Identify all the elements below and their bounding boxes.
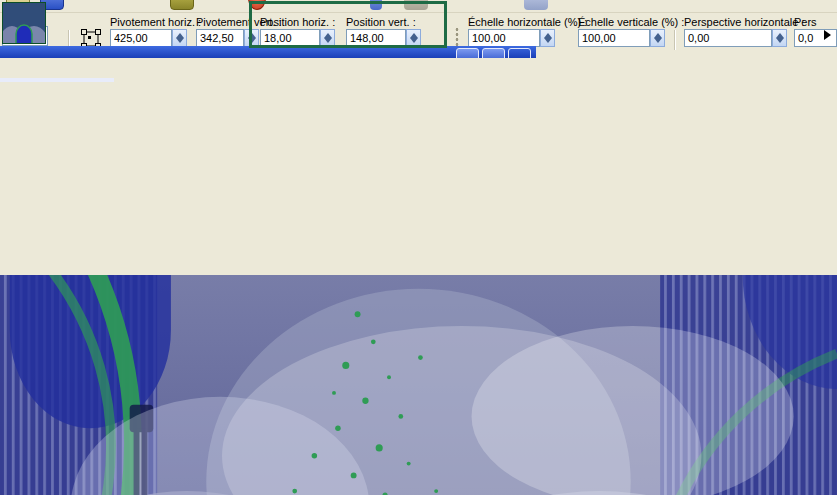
minimize-window-icon[interactable] [456, 48, 479, 58]
mini-frame-center [0, 78, 114, 147]
browse-icon[interactable] [170, 0, 194, 10]
scale-h-input[interactable] [468, 29, 540, 47]
toolbar-misc3-icon[interactable] [524, 0, 548, 10]
green-spray [0, 259, 120, 275]
scale-v-label: Échelle verticale (%) : [578, 16, 684, 28]
pivot-h-spinner[interactable] [172, 29, 187, 47]
image-document[interactable] [0, 24, 837, 495]
tool-options-bar: ▾ Pivotement horiz. : Pivotement vert. :… [0, 14, 837, 50]
scale-v-spinner[interactable] [650, 29, 665, 47]
toolbar-separator [674, 30, 676, 50]
perspective-h-spinner[interactable] [772, 29, 787, 47]
toolbar-misc2-icon[interactable] [404, 0, 428, 10]
position-v-input[interactable] [346, 29, 406, 47]
main-picture[interactable] [0, 275, 837, 495]
undo-icon[interactable] [248, 0, 266, 10]
position-h-label: Position horiz. : [260, 16, 335, 28]
scale-v-input[interactable] [578, 29, 650, 47]
canvas-area[interactable] [0, 24, 837, 495]
position-h-spinner[interactable] [320, 29, 335, 47]
pivot-v-spinner[interactable] [244, 29, 259, 47]
toolbar-misc-icon[interactable] [370, 0, 382, 10]
green-spray [0, 207, 48, 237]
standard-toolbar-cropped [0, 0, 837, 13]
position-v-spinner[interactable] [406, 29, 421, 47]
green-spray [0, 237, 34, 259]
mini-frame-right [0, 147, 80, 207]
position-h-input[interactable] [260, 29, 320, 47]
perspective-h-label: Perspective horizontale : [684, 16, 804, 28]
psp-application-window: ▾ Pivotement horiz. : Pivotement vert. :… [0, 0, 837, 495]
perspective-h-input[interactable] [684, 29, 772, 47]
close-window-icon[interactable] [508, 48, 531, 58]
main-picture-art [0, 275, 837, 495]
maximize-window-icon[interactable] [482, 48, 505, 58]
toolbar-overflow-arrow-icon[interactable] [824, 30, 831, 40]
image-window-titlebar [0, 46, 536, 58]
position-v-label: Position vert. : [346, 16, 416, 28]
pivot-h-label: Pivotement horiz. : [110, 16, 201, 28]
scale-h-label: Échelle horizontale (%) : [468, 16, 587, 28]
pivot-h-input[interactable] [110, 29, 172, 47]
perspective-v-label-cropped: Pers [794, 16, 817, 28]
pivot-v-input[interactable] [196, 29, 244, 47]
scale-h-spinner[interactable] [540, 29, 555, 47]
